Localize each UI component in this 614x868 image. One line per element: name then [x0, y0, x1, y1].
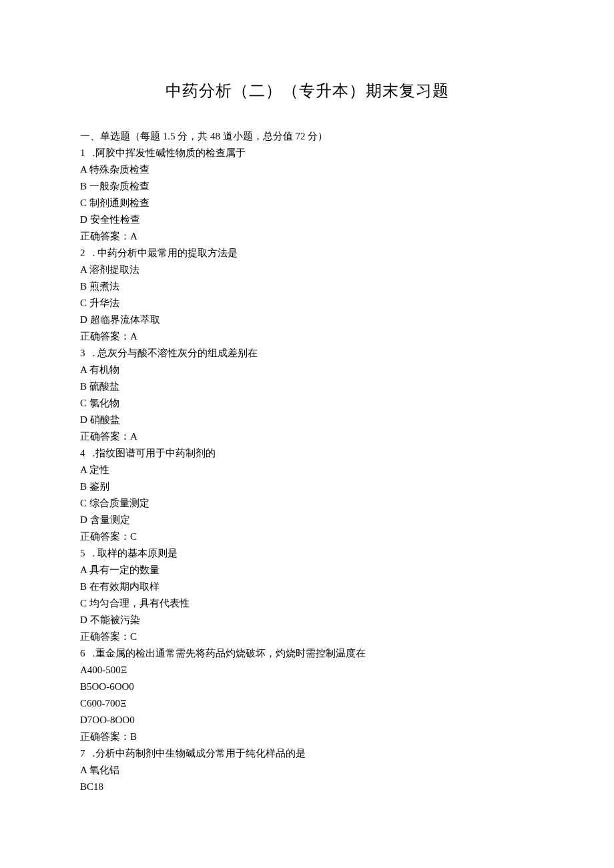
- question-option: C600-700Ξ: [80, 695, 534, 712]
- question-answer: 正确答案：A: [80, 228, 534, 245]
- question-stem: 2 . 中药分析中最常用的提取方法是: [80, 245, 534, 262]
- page-title: 中药分析（二）（专升本）期末复习题: [80, 80, 534, 101]
- question-option: B 在有效期内取样: [80, 578, 534, 595]
- question-option: B5OO-6OO0: [80, 679, 534, 695]
- question-option: D 超临界流体萃取: [80, 312, 534, 328]
- question-option: C 均匀合理，具有代表性: [80, 595, 534, 612]
- question-option: A 溶剂提取法: [80, 262, 534, 278]
- question-option: B 硫酸盐: [80, 378, 534, 395]
- question-option: B 煎煮法: [80, 278, 534, 295]
- question-option: B 一般杂质检查: [80, 178, 534, 195]
- question-option: D 硝酸盐: [80, 412, 534, 428]
- question-option: A400-500Ξ: [80, 662, 534, 679]
- question-option: C 制剂通则检查: [80, 195, 534, 211]
- question-stem: 3 . 总灰分与酸不溶性灰分的组成差别在: [80, 345, 534, 362]
- question-answer: 正确答案：C: [80, 528, 534, 545]
- question-stem: 7 .分析中药制剂中生物碱成分常用于纯化样品的是: [80, 745, 534, 762]
- question-stem: 4 .指纹图谱可用于中药制剂的: [80, 445, 534, 462]
- document-body: 一、单选题（每题 1.5 分，共 48 道小题，总分值 72 分）1 .阿胶中挥…: [80, 128, 534, 795]
- question-option: A 具有一定的数量: [80, 562, 534, 578]
- question-answer: 正确答案：C: [80, 628, 534, 645]
- question-stem: 5 . 取样的基本原则是: [80, 545, 534, 562]
- question-option: BC18: [80, 779, 534, 795]
- question-option: C 氯化物: [80, 395, 534, 412]
- question-option: A 氧化铝: [80, 762, 534, 779]
- question-option: D 不能被污染: [80, 612, 534, 628]
- question-stem: 6 .重金属的检出通常需先将药品灼烧破坏，灼烧时需控制温度在: [80, 645, 534, 662]
- question-option: C 升华法: [80, 295, 534, 312]
- question-answer: 正确答案：B: [80, 729, 534, 745]
- question-option: D 含量测定: [80, 512, 534, 528]
- question-option: B 鉴别: [80, 478, 534, 495]
- question-option: C 综合质量测定: [80, 495, 534, 512]
- document-page: 中药分析（二）（专升本）期末复习题 一、单选题（每题 1.5 分，共 48 道小…: [0, 0, 614, 835]
- section-heading: 一、单选题（每题 1.5 分，共 48 道小题，总分值 72 分）: [80, 128, 534, 145]
- question-option: D7OO-8OO0: [80, 712, 534, 729]
- question-answer: 正确答案：A: [80, 328, 534, 345]
- question-answer: 正确答案：A: [80, 428, 534, 445]
- question-option: A 定性: [80, 462, 534, 478]
- question-option: A 特殊杂质检查: [80, 161, 534, 178]
- question-option: A 有机物: [80, 362, 534, 378]
- question-option: D 安全性检查: [80, 211, 534, 228]
- question-stem: 1 .阿胶中挥发性碱性物质的检查属于: [80, 145, 534, 161]
